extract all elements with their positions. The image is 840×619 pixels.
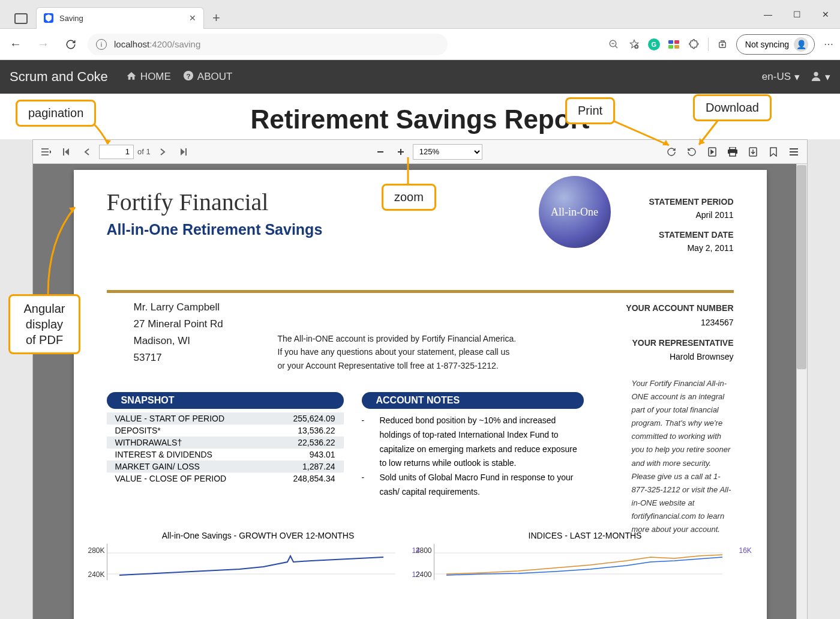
callout-angular: Angular display of PDF [8, 294, 80, 354]
more-menu-icon[interactable]: ⋯ [822, 38, 835, 51]
table-row: INTEREST & DIVIDENDS943.01 [107, 448, 344, 460]
recipient-addr1: 27 Mineral Point Rd [134, 316, 223, 333]
scroll-thumb[interactable] [797, 165, 806, 369]
last-page-icon[interactable] [175, 143, 191, 160]
snapshot-table: VALUE - START OF PERIOD255,624.09 DEPOSI… [107, 412, 344, 485]
bookmark-icon[interactable] [765, 143, 782, 160]
snapshot-header: SNAPSHOT [107, 392, 344, 409]
nav-home[interactable]: HOME [126, 71, 171, 83]
snapshot-panel: SNAPSHOT VALUE - START OF PERIOD255,624.… [107, 392, 344, 500]
menu-icon[interactable] [785, 143, 802, 160]
callout-print: Print [565, 97, 615, 124]
minimize-button[interactable]: — [754, 0, 782, 29]
nav-home-label: HOME [140, 71, 171, 83]
logo-text: All-in-One [551, 206, 598, 219]
locale-dropdown[interactable]: en-US ▾ [762, 71, 800, 83]
sync-button[interactable]: Not syncing 👤 [736, 34, 815, 55]
new-tab-button[interactable]: + [212, 10, 220, 26]
rotate-ccw-icon[interactable] [683, 143, 700, 160]
app-icon [14, 13, 28, 24]
recipient-zip: 53717 [134, 349, 223, 366]
browser-tab[interactable]: Saving ✕ [36, 7, 204, 29]
stmt-period: April 2011 [649, 208, 733, 222]
chart1-title: All-in-One Savings - GROWTH OVER 12-MONT… [107, 531, 410, 540]
zoom-out-icon[interactable] [372, 143, 389, 160]
svg-rect-6 [668, 40, 673, 44]
download-icon[interactable] [745, 143, 761, 160]
svg-rect-9 [674, 45, 679, 49]
stmt-date: May 2, 2011 [649, 241, 733, 255]
callout-zoom: zoom [382, 184, 436, 211]
next-page-icon[interactable] [154, 143, 171, 160]
recipient-addr2: Madison, WI [134, 333, 223, 349]
sidebar-toggle-icon[interactable] [38, 143, 55, 160]
svg-rect-26 [728, 149, 737, 154]
zoom-in-icon[interactable] [392, 143, 409, 160]
reload-button[interactable] [60, 34, 82, 55]
callout-download: Download [693, 94, 772, 121]
notes-header: ACCOUNT NOTES [362, 392, 584, 409]
extensions-icon[interactable] [688, 38, 701, 51]
url-port: :4200 [149, 39, 172, 49]
brand[interactable]: Scrum and Coke [10, 69, 108, 85]
first-page-icon[interactable] [58, 143, 75, 160]
svg-line-1 [615, 46, 617, 48]
user-icon [811, 70, 821, 84]
sync-label: Not syncing [745, 40, 789, 49]
pdf-scrollbar[interactable]: ▴ ▾ [796, 164, 807, 619]
pdf-toolbar: of 1 125% [33, 140, 807, 164]
shield-icon [44, 13, 53, 23]
svg-rect-25 [730, 147, 736, 149]
svg-point-15 [814, 71, 818, 76]
url-host: localhost [114, 39, 149, 49]
user-menu[interactable]: ▾ [811, 70, 830, 84]
list-item: -Sold units of Global Macro Fund in resp… [362, 471, 584, 500]
question-icon: ? [183, 70, 194, 84]
zoom-select[interactable]: 125% [413, 144, 482, 160]
back-button[interactable]: ← [5, 34, 26, 55]
side-note: Your Fortify Financial All-in-ONE accoun… [632, 377, 734, 536]
prev-page-icon[interactable] [79, 143, 95, 160]
tab-title: Saving [59, 14, 83, 23]
close-button[interactable]: ✕ [811, 0, 840, 29]
forward-button[interactable]: → [32, 34, 54, 55]
tab-close-icon[interactable]: ✕ [189, 13, 196, 23]
print-icon[interactable] [724, 143, 741, 160]
presentation-icon[interactable] [704, 143, 721, 160]
grammarly-icon[interactable]: G [648, 38, 660, 50]
url-path: /saving [172, 39, 201, 49]
favorite-icon[interactable] [628, 38, 641, 51]
maximize-button[interactable]: ☐ [782, 0, 811, 29]
svg-text:?: ? [186, 71, 190, 79]
statement-info: STATEMENT PERIOD April 2011 STATEMENT DA… [649, 195, 733, 255]
table-row: MARKET GAIN/ LOSS1,287.24 [107, 460, 344, 473]
collections-icon[interactable] [716, 38, 729, 51]
zoom-indicator-icon[interactable] [607, 38, 620, 51]
site-info-icon[interactable]: i [96, 39, 107, 50]
table-row: DEPOSITS*13,536.22 [107, 424, 344, 436]
logo-icon: All-in-One [539, 176, 611, 248]
notes-panel: ACCOUNT NOTES -Reduced bond position by … [362, 392, 584, 500]
pdf-page: Fortify Financial All-in-One Retirement … [74, 170, 767, 619]
svg-rect-20 [185, 148, 187, 156]
svg-rect-7 [674, 40, 679, 44]
rotate-cw-icon[interactable] [663, 143, 680, 160]
url-input[interactable]: i localhost:4200/saving [88, 34, 448, 55]
caret-down-icon: ▾ [825, 71, 830, 83]
pdf-viewer: of 1 125% [32, 139, 808, 619]
recipient-name: Mr. Larry Campbell [134, 299, 223, 316]
home-icon [126, 71, 137, 83]
page-input[interactable] [99, 145, 134, 159]
table-row: WITHDRAWALS†22,536.22 [107, 436, 344, 448]
pdf-page-area: ▴ ▾ Fortify Financial All-in-One Retirem… [33, 164, 807, 619]
address-bar: ← → i localhost:4200/saving G Not syncin… [0, 29, 840, 60]
window-controls: — ☐ ✕ [754, 0, 840, 29]
extension-icon-1[interactable] [667, 38, 680, 51]
profile-avatar-icon: 👤 [794, 37, 808, 52]
chart2-title: INDICES - LAST 12-MONTHS [434, 531, 737, 540]
nav-about-label: ABOUT [197, 71, 233, 83]
caret-down-icon: ▾ [794, 71, 800, 83]
locale-label: en-US [762, 71, 791, 83]
nav-about[interactable]: ? ABOUT [183, 70, 233, 84]
doc-company: Fortify Financial [107, 188, 323, 216]
